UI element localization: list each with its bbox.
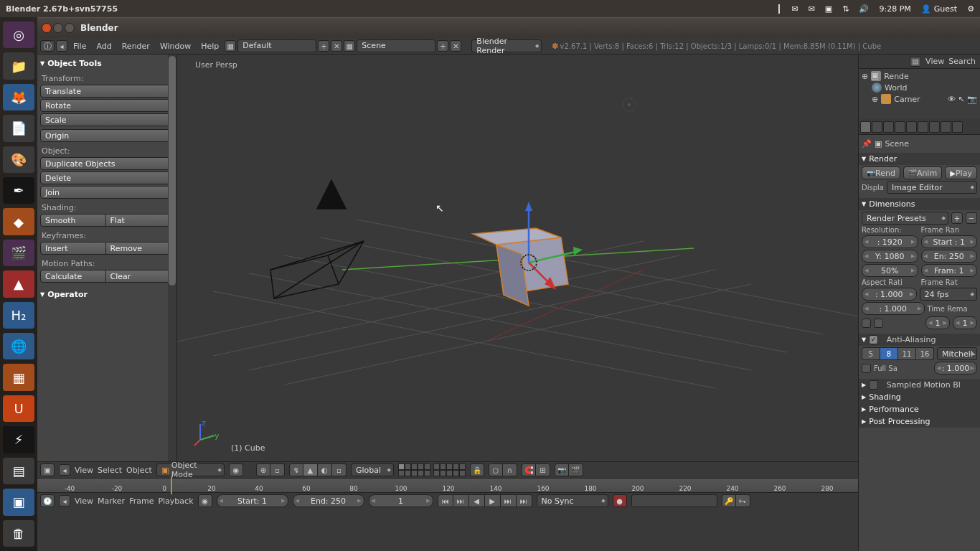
proportional-falloff-icon[interactable]: ∩ [503,463,517,476]
vp-menu-object[interactable]: Object [126,466,152,475]
manipulator-rotate-icon[interactable]: ◐ [318,463,332,476]
layers-widget[interactable] [398,463,466,476]
gear-icon[interactable]: ⚙ [967,4,974,14]
window-maximize-button[interactable] [65,23,75,33]
layout-browse-icon[interactable]: ▦ [225,40,236,52]
timeline-cursor[interactable] [171,476,172,494]
duplicate-button[interactable]: Duplicate Objects [40,157,171,170]
screen-layout-field[interactable]: Default [237,39,316,52]
mode-dropdown[interactable]: ▣ Object Mode [156,463,225,476]
window-minimize-button[interactable] [53,23,63,33]
insert-keyframes-icon[interactable]: 🔑 [722,494,736,507]
layout-add-icon[interactable]: + [318,40,329,52]
toolshelf-scrollbar[interactable] [168,55,176,478]
menu-help[interactable]: Help [197,42,223,51]
post-processing-header[interactable]: Post Processing [859,415,980,428]
fps-dropdown[interactable]: 24 fps [920,288,978,301]
object-tools-header[interactable]: Object Tools [40,57,171,71]
aa-filter-dropdown[interactable]: Mitchell- [937,347,977,360]
aa-samples-8[interactable]: 8 [880,347,898,360]
collapse-vp-menus-icon[interactable]: ◂ [59,464,70,476]
app-icon-6[interactable]: ▤ [3,458,34,484]
collapse-tl-menus-icon[interactable]: ◂ [59,495,70,507]
snap-toggle-icon[interactable]: 🧲 [522,463,536,476]
aa-samples-16[interactable]: 16 [916,347,934,360]
scene-remove-icon[interactable]: ✕ [450,40,461,52]
smooth-button[interactable]: Smooth [40,214,106,227]
jump-end-icon[interactable]: ⏭ [517,494,532,507]
gimp-icon[interactable]: 🎨 [3,146,34,173]
frame-step-field[interactable]: Fram: 1 [921,264,978,277]
delete-button[interactable]: Delete [40,171,171,184]
aa-enable-checkbox[interactable] [869,335,878,344]
delete-keyframes-icon[interactable]: 🗝 [736,494,750,507]
opengl-anim-icon[interactable]: 🎬 [569,463,583,476]
current-frame-field[interactable]: 1 [369,494,433,507]
collapse-menus-icon[interactable]: ◂ [56,40,67,52]
render-panel-header[interactable]: Render [859,153,980,165]
tab-object[interactable] [906,121,917,133]
tl-menu-view[interactable]: View [75,496,93,506]
dash-icon[interactable]: ◎ [3,22,34,48]
play-reverse-icon[interactable]: ◀ [469,494,485,507]
inkscape-icon[interactable]: ✒ [3,177,34,204]
network-icon[interactable]: ⇅ [842,4,849,14]
manipulator-translate-icon[interactable]: ▲ [303,463,318,476]
opengl-render-icon[interactable]: 📷 [555,463,569,476]
tab-scene[interactable] [883,121,894,133]
clear-button[interactable]: Clear [106,270,171,283]
remove-keyframe-button[interactable]: Remove [106,242,171,255]
app-icon-3[interactable]: 🌐 [3,333,34,359]
ubuntu-one-icon[interactable]: U [3,395,34,422]
pivot-icon[interactable]: ⊕ [256,463,270,476]
aa-samples-5[interactable]: 5 [862,347,880,360]
jump-start-icon[interactable]: ⏮ [438,494,453,507]
auto-keyframe-icon[interactable]: ● [613,494,627,507]
shading-panel-header[interactable]: Shading [859,391,980,403]
orientation-dropdown[interactable]: Global [351,463,394,476]
tab-modifiers[interactable] [929,121,940,133]
app-icon-1[interactable]: ▲ [3,270,34,297]
resolution-y-field[interactable]: Y: 1080 [862,250,918,263]
user-menu[interactable]: 👤 Guest [921,4,957,14]
3d-viewport[interactable]: User Persp [177,55,877,461]
menu-add[interactable]: Add [92,42,116,51]
editor-type-3dview-icon[interactable]: ▣ [40,463,55,476]
snap-element-icon[interactable]: ⊞ [536,463,550,476]
proportional-edit-icon[interactable]: ○ [489,463,503,476]
display-mode-dropdown[interactable]: Image Editor [887,181,977,194]
performance-panel-header[interactable]: Performance [859,403,980,415]
pivot-toggle-icon[interactable]: ▫ [270,463,285,476]
origin-button[interactable]: Origin [40,129,171,142]
full-sample-checkbox[interactable] [862,364,871,373]
pin-icon[interactable]: 📌 [862,139,872,149]
sampled-motion-header[interactable]: Sampled Motion Bl [859,379,980,391]
timeline-canvas[interactable]: -40-200204060801001201401601802002202402… [37,479,877,493]
resolution-pct-field[interactable]: 50% [862,264,918,277]
tab-render-layers[interactable] [872,121,882,133]
app-icon-5[interactable]: ⚡ [3,426,34,453]
outliner-view-label[interactable]: View [925,57,944,66]
lock-layers-icon[interactable]: 🔒 [470,463,484,476]
tl-menu-frame[interactable]: Frame [129,496,154,506]
aa-samples-11[interactable]: 11 [898,347,916,360]
time-remap-old[interactable]: 1 [925,316,950,329]
start-frame-field[interactable]: Start: 1 [217,494,288,507]
outliner-tree[interactable]: ⊕▣Rende World ⊕Camer👁 ↖ 📷 [859,69,980,106]
keyframe-prev-icon[interactable]: ⏭ [453,494,469,507]
workspace-icon[interactable]: ▣ [3,489,34,515]
operator-header[interactable]: Operator [40,288,171,302]
resolution-x-field[interactable]: : 1920 [862,235,918,248]
preset-remove-icon[interactable]: − [966,212,977,224]
keyframe-next-icon[interactable]: ⏭ [501,494,517,507]
animation-button[interactable]: 🎬Anim [903,166,942,179]
trash-icon[interactable]: 🗑 [3,520,34,547]
viewport-shading-icon[interactable]: ◉ [229,463,243,476]
app-icon-4[interactable]: ▦ [3,364,34,390]
tab-constraints[interactable] [918,121,928,133]
aspect-y-field[interactable]: : 1.000 [862,302,925,315]
document-icon[interactable]: 📄 [3,115,34,141]
use-preview-range-icon[interactable]: ◉ [198,494,212,507]
tab-render[interactable] [860,121,871,133]
sound-icon[interactable]: 🔊 [859,4,869,14]
